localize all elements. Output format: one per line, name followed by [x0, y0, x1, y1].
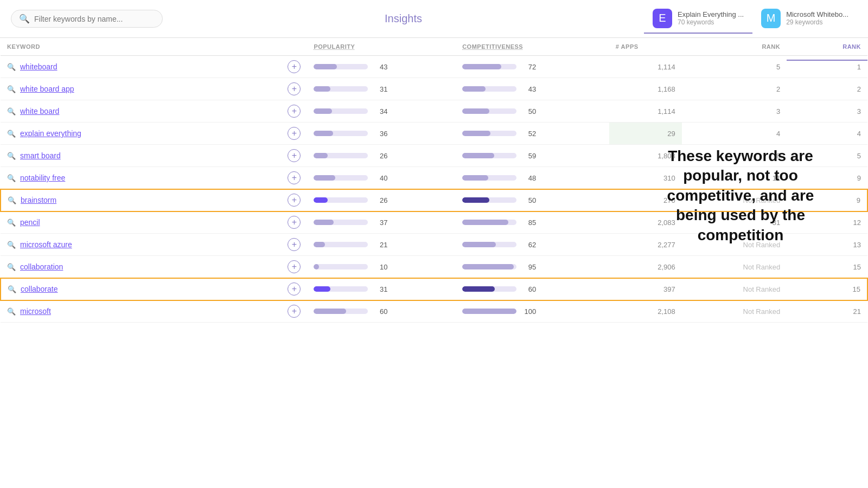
apps-cell-3: 29 [609, 123, 682, 145]
keyword-link[interactable]: collaboration [20, 262, 63, 271]
table-row: 🔍 collaborate + 31 60 397Not Ranked15 [1, 278, 867, 300]
pop-cell-3: 36 [307, 123, 456, 145]
add-keyword-button[interactable]: + [288, 216, 301, 229]
header: 🔍 Insights E Explain Everything ... 70 k… [0, 0, 868, 38]
comp-bar-bg [462, 175, 516, 181]
app-tab-info-1: Microsoft Whitebo... 29 keywords [786, 10, 848, 26]
add-keyword-button[interactable]: + [288, 238, 301, 251]
add-keyword-button[interactable]: + [288, 282, 301, 296]
keyword-cell-2: 🔍 white board + [1, 100, 307, 123]
comp-cell-11: 100 [456, 300, 609, 323]
keyword-link[interactable]: microsoft azure [20, 240, 72, 249]
app-icon-0: E [653, 9, 672, 28]
add-keyword-button[interactable]: + [288, 260, 301, 273]
pop-value: 60 [372, 307, 387, 316]
add-keyword-button[interactable]: + [288, 105, 301, 118]
add-keyword-button[interactable]: + [288, 149, 301, 162]
keyword-link[interactable]: brainstorm [21, 196, 56, 204]
rank2-cell-6: 9 [787, 189, 867, 211]
pop-cell-0: 43 [307, 56, 456, 78]
keyword-link[interactable]: whiteboard [20, 62, 58, 71]
add-keyword-button[interactable]: + [288, 171, 301, 184]
insights-title: Insights [174, 12, 633, 25]
comp-cell-5: 48 [456, 167, 609, 189]
comp-value: 50 [521, 107, 536, 115]
keyword-cell-9: 🔍 collaboration + [1, 256, 307, 278]
apps-cell-4: 1,808 [609, 145, 682, 167]
comp-bar-bg [462, 64, 516, 69]
comp-bar-fill [462, 242, 496, 247]
comp-bar-bg [462, 197, 516, 203]
comp-cell-1: 43 [456, 78, 609, 100]
pop-cell-8: 21 [307, 234, 456, 256]
keyword-link[interactable]: collaborate [21, 285, 58, 293]
add-keyword-button[interactable]: + [288, 305, 301, 318]
keyword-link[interactable]: notability free [20, 174, 65, 182]
comp-value: 60 [521, 285, 536, 293]
pop-value: 26 [372, 152, 387, 160]
table-row: 🔍 microsoft azure + 21 62 2,277Not Ranke… [1, 234, 867, 256]
rank2-cell-11: 21 [787, 300, 867, 323]
comp-bar-fill [462, 175, 488, 181]
pop-value: 40 [372, 174, 387, 182]
pop-bar-bg [314, 64, 368, 69]
comp-bar-fill [462, 197, 489, 203]
pop-bar-bg [314, 286, 368, 292]
app-tab-0[interactable]: E Explain Everything ... 70 keywords [644, 4, 752, 34]
keyword-cell-11: 🔍 microsoft + [1, 300, 307, 323]
comp-value: 72 [521, 63, 536, 71]
keyword-link[interactable]: white board [20, 107, 59, 115]
rank2-cell-0: 1 [787, 56, 867, 78]
app-tab-count-1: 29 keywords [786, 18, 848, 26]
pop-bar-bg [314, 131, 368, 136]
keyword-search-icon: 🔍 [7, 152, 16, 160]
pop-bar-fill [314, 264, 319, 269]
rank1-cell-4: 8 [682, 145, 787, 167]
rank1-cell-3: 4 [682, 123, 787, 145]
search-icon: 🔍 [19, 14, 30, 24]
pop-bar-bg [314, 220, 368, 225]
pop-bar-bg [314, 264, 368, 269]
pop-bar-fill [314, 220, 334, 225]
comp-value: 50 [521, 196, 536, 204]
pop-bar-fill [314, 309, 346, 314]
app-tab-1[interactable]: M Microsoft Whitebo... 29 keywords [752, 4, 857, 34]
comp-cell-7: 85 [456, 211, 609, 234]
table-header-row: KEYWORD POPULARITY COMPETITIVENESS # APP… [1, 38, 867, 56]
comp-value: 59 [521, 152, 536, 160]
add-keyword-button[interactable]: + [288, 194, 301, 207]
rank2-cell-3: 4 [787, 123, 867, 145]
pop-value: 31 [372, 285, 387, 293]
keyword-link[interactable]: pencil [20, 218, 40, 227]
pop-value: 34 [372, 107, 387, 115]
keyword-search-icon: 🔍 [7, 174, 16, 182]
table-row: 🔍 white board app + 31 43 1,16822 [1, 78, 867, 100]
apps-cell-9: 2,906 [609, 256, 682, 278]
comp-cell-4: 59 [456, 145, 609, 167]
keyword-cell-1: 🔍 white board app + [1, 78, 307, 100]
add-keyword-button[interactable]: + [288, 127, 301, 140]
rank1-cell-5: 11 [682, 167, 787, 189]
pop-bar-fill [314, 86, 330, 92]
rank1-cell-0: 5 [682, 56, 787, 78]
comp-cell-8: 62 [456, 234, 609, 256]
search-input[interactable] [34, 15, 154, 23]
search-box[interactable]: 🔍 [11, 10, 163, 28]
add-keyword-button[interactable]: + [288, 60, 301, 73]
add-keyword-button[interactable]: + [288, 82, 301, 95]
col-header-apps: # APPS [609, 38, 682, 56]
comp-bar-bg [462, 108, 516, 114]
keyword-search-icon: 🔍 [7, 241, 16, 249]
keyword-link[interactable]: smart board [20, 151, 61, 160]
keyword-link[interactable]: microsoft [20, 307, 51, 316]
apps-cell-2: 1,114 [609, 100, 682, 123]
apps-cell-11: 2,108 [609, 300, 682, 323]
comp-bar-fill [462, 86, 486, 92]
keyword-link[interactable]: white board app [20, 85, 74, 93]
comp-bar-bg [462, 264, 516, 269]
keyword-link[interactable]: explain everything [20, 129, 81, 138]
comp-value: 48 [521, 174, 536, 182]
comp-value: 43 [521, 85, 536, 93]
pop-value: 36 [372, 130, 387, 138]
comp-value: 52 [521, 130, 536, 138]
